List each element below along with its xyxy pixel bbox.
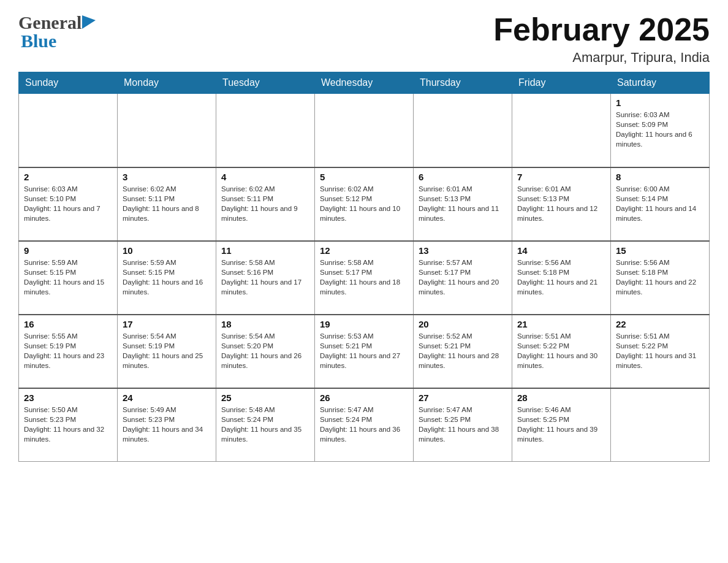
- logo-flag-icon: [82, 15, 96, 29]
- day-info: Sunrise: 5:52 AMSunset: 5:21 PMDaylight:…: [419, 331, 507, 370]
- day-info: Sunrise: 5:56 AMSunset: 5:18 PMDaylight:…: [517, 258, 605, 297]
- day-number: 17: [123, 319, 211, 329]
- table-row: [315, 94, 414, 167]
- table-row: [611, 388, 710, 462]
- table-row: 9Sunrise: 5:59 AMSunset: 5:15 PMDaylight…: [19, 241, 118, 315]
- table-row: 1Sunrise: 6:03 AMSunset: 5:09 PMDaylight…: [611, 94, 710, 167]
- day-info: Sunrise: 6:01 AMSunset: 5:13 PMDaylight:…: [517, 184, 605, 223]
- day-number: 9: [24, 245, 112, 256]
- table-row: 10Sunrise: 5:59 AMSunset: 5:15 PMDayligh…: [118, 241, 216, 315]
- day-number: 10: [123, 245, 211, 256]
- logo: General Blue: [18, 12, 96, 52]
- table-row: 3Sunrise: 6:02 AMSunset: 5:11 PMDaylight…: [118, 167, 216, 241]
- table-row: 27Sunrise: 5:47 AMSunset: 5:25 PMDayligh…: [414, 388, 512, 462]
- day-info: Sunrise: 5:50 AMSunset: 5:23 PMDaylight:…: [24, 405, 112, 444]
- day-info: Sunrise: 5:53 AMSunset: 5:21 PMDaylight:…: [320, 331, 408, 370]
- day-number: 25: [221, 393, 309, 403]
- day-number: 21: [517, 319, 605, 329]
- day-info: Sunrise: 5:46 AMSunset: 5:25 PMDaylight:…: [517, 405, 605, 444]
- day-info: Sunrise: 5:57 AMSunset: 5:17 PMDaylight:…: [419, 258, 507, 297]
- table-row: 26Sunrise: 5:47 AMSunset: 5:24 PMDayligh…: [315, 388, 414, 462]
- table-row: [512, 94, 611, 167]
- table-row: 13Sunrise: 5:57 AMSunset: 5:17 PMDayligh…: [414, 241, 512, 315]
- day-info: Sunrise: 5:51 AMSunset: 5:22 PMDaylight:…: [517, 331, 605, 370]
- table-row: 15Sunrise: 5:56 AMSunset: 5:18 PMDayligh…: [611, 241, 710, 315]
- day-number: 1: [616, 98, 704, 108]
- day-info: Sunrise: 5:58 AMSunset: 5:16 PMDaylight:…: [221, 258, 309, 297]
- col-friday: Friday: [512, 72, 611, 94]
- day-number: 8: [616, 172, 704, 182]
- table-row: 17Sunrise: 5:54 AMSunset: 5:19 PMDayligh…: [118, 315, 216, 388]
- col-tuesday: Tuesday: [216, 72, 315, 94]
- calendar-week-5: 23Sunrise: 5:50 AMSunset: 5:23 PMDayligh…: [19, 388, 710, 462]
- day-info: Sunrise: 5:47 AMSunset: 5:24 PMDaylight:…: [320, 405, 408, 444]
- day-info: Sunrise: 6:03 AMSunset: 5:10 PMDaylight:…: [24, 184, 112, 223]
- day-number: 27: [419, 393, 507, 403]
- col-wednesday: Wednesday: [315, 72, 414, 94]
- day-info: Sunrise: 5:51 AMSunset: 5:22 PMDaylight:…: [616, 331, 704, 370]
- page-header: General Blue February 2025 Amarpur, Trip…: [18, 12, 710, 66]
- day-number: 13: [419, 245, 507, 256]
- table-row: 16Sunrise: 5:55 AMSunset: 5:19 PMDayligh…: [19, 315, 118, 388]
- table-row: 8Sunrise: 6:00 AMSunset: 5:14 PMDaylight…: [611, 167, 710, 241]
- day-number: 5: [320, 172, 408, 182]
- day-number: 18: [221, 319, 309, 329]
- day-number: 15: [616, 245, 704, 256]
- day-number: 3: [123, 172, 211, 182]
- calendar-week-4: 16Sunrise: 5:55 AMSunset: 5:19 PMDayligh…: [19, 315, 710, 388]
- day-number: 24: [123, 393, 211, 403]
- day-info: Sunrise: 6:02 AMSunset: 5:11 PMDaylight:…: [123, 184, 211, 223]
- day-number: 12: [320, 245, 408, 256]
- day-number: 7: [517, 172, 605, 182]
- col-monday: Monday: [118, 72, 216, 94]
- day-info: Sunrise: 5:54 AMSunset: 5:20 PMDaylight:…: [221, 331, 309, 370]
- calendar-table: Sunday Monday Tuesday Wednesday Thursday…: [18, 72, 710, 462]
- day-info: Sunrise: 6:01 AMSunset: 5:13 PMDaylight:…: [419, 184, 507, 223]
- table-row: [216, 94, 315, 167]
- day-info: Sunrise: 5:59 AMSunset: 5:15 PMDaylight:…: [123, 258, 211, 297]
- col-thursday: Thursday: [414, 72, 512, 94]
- day-info: Sunrise: 5:56 AMSunset: 5:18 PMDaylight:…: [616, 258, 704, 297]
- day-info: Sunrise: 6:02 AMSunset: 5:11 PMDaylight:…: [221, 184, 309, 223]
- day-number: 22: [616, 319, 704, 329]
- table-row: 20Sunrise: 5:52 AMSunset: 5:21 PMDayligh…: [414, 315, 512, 388]
- table-row: 5Sunrise: 6:02 AMSunset: 5:12 PMDaylight…: [315, 167, 414, 241]
- table-row: 19Sunrise: 5:53 AMSunset: 5:21 PMDayligh…: [315, 315, 414, 388]
- calendar-week-2: 2Sunrise: 6:03 AMSunset: 5:10 PMDaylight…: [19, 167, 710, 241]
- table-row: 6Sunrise: 6:01 AMSunset: 5:13 PMDaylight…: [414, 167, 512, 241]
- day-info: Sunrise: 5:58 AMSunset: 5:17 PMDaylight:…: [320, 258, 408, 297]
- day-info: Sunrise: 6:02 AMSunset: 5:12 PMDaylight:…: [320, 184, 408, 223]
- day-info: Sunrise: 5:54 AMSunset: 5:19 PMDaylight:…: [123, 331, 211, 370]
- location: Amarpur, Tripura, India: [493, 50, 710, 66]
- col-sunday: Sunday: [19, 72, 118, 94]
- month-title: February 2025: [493, 12, 710, 47]
- table-row: [118, 94, 216, 167]
- day-number: 20: [419, 319, 507, 329]
- title-section: February 2025 Amarpur, Tripura, India: [493, 12, 710, 66]
- table-row: [414, 94, 512, 167]
- table-row: 23Sunrise: 5:50 AMSunset: 5:23 PMDayligh…: [19, 388, 118, 462]
- day-info: Sunrise: 5:59 AMSunset: 5:15 PMDaylight:…: [24, 258, 112, 297]
- day-number: 26: [320, 393, 408, 403]
- svg-marker-0: [82, 15, 96, 29]
- calendar-week-1: 1Sunrise: 6:03 AMSunset: 5:09 PMDaylight…: [19, 94, 710, 167]
- table-row: 11Sunrise: 5:58 AMSunset: 5:16 PMDayligh…: [216, 241, 315, 315]
- table-row: [19, 94, 118, 167]
- calendar-header-row: Sunday Monday Tuesday Wednesday Thursday…: [19, 72, 710, 94]
- day-number: 16: [24, 319, 112, 329]
- col-saturday: Saturday: [611, 72, 710, 94]
- table-row: 21Sunrise: 5:51 AMSunset: 5:22 PMDayligh…: [512, 315, 611, 388]
- calendar-week-3: 9Sunrise: 5:59 AMSunset: 5:15 PMDaylight…: [19, 241, 710, 315]
- table-row: 2Sunrise: 6:03 AMSunset: 5:10 PMDaylight…: [19, 167, 118, 241]
- day-number: 19: [320, 319, 408, 329]
- day-info: Sunrise: 5:47 AMSunset: 5:25 PMDaylight:…: [419, 405, 507, 444]
- table-row: 7Sunrise: 6:01 AMSunset: 5:13 PMDaylight…: [512, 167, 611, 241]
- table-row: 18Sunrise: 5:54 AMSunset: 5:20 PMDayligh…: [216, 315, 315, 388]
- day-info: Sunrise: 6:03 AMSunset: 5:09 PMDaylight:…: [616, 110, 704, 149]
- day-info: Sunrise: 5:49 AMSunset: 5:23 PMDaylight:…: [123, 405, 211, 444]
- table-row: 12Sunrise: 5:58 AMSunset: 5:17 PMDayligh…: [315, 241, 414, 315]
- day-number: 2: [24, 172, 112, 182]
- day-number: 14: [517, 245, 605, 256]
- day-number: 4: [221, 172, 309, 182]
- logo-blue-text: Blue: [21, 31, 56, 51]
